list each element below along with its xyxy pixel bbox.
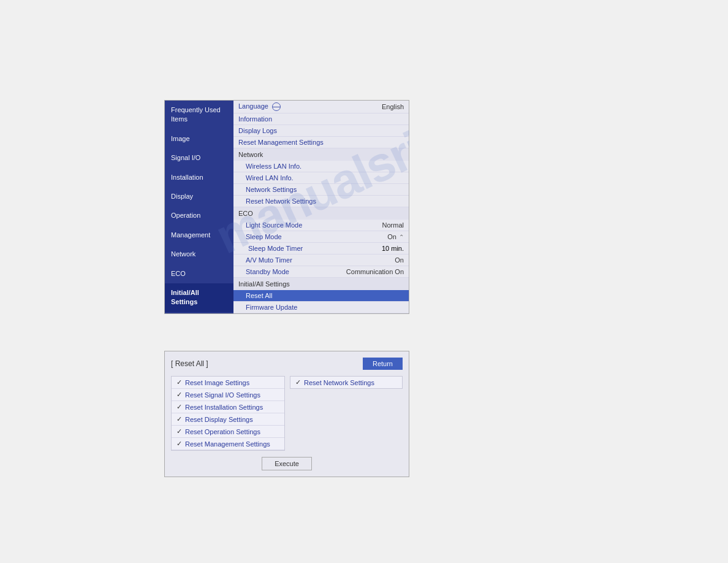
menu-row-reset-management[interactable]: Reset Management Settings [233, 137, 409, 148]
sidebar-item-initial-all[interactable]: Initial/All Settings [165, 283, 233, 312]
menu-row-wireless-lan[interactable]: Wireless LAN Info. [233, 161, 409, 172]
menu-row-firmware-update[interactable]: Firmware Update [233, 302, 409, 313]
language-label: Language [238, 102, 281, 111]
check-reset-installation[interactable]: ✓ Reset Installation Settings [172, 401, 284, 413]
light-source-label: Light Source Mode [246, 221, 302, 229]
light-source-value: Normal [382, 221, 404, 229]
main-content: Language English Information Display Log… [233, 101, 409, 313]
display-logs-label: Display Logs [238, 127, 277, 134]
network-settings-label: Network Settings [246, 186, 297, 193]
menu-row-sleep-mode-timer[interactable]: Sleep Mode Timer 10 min. [233, 243, 409, 255]
check-reset-network[interactable]: ✓ Reset Network Settings [290, 376, 403, 389]
language-value: English [382, 103, 404, 110]
check-signal-icon: ✓ [176, 391, 182, 399]
menu-row-language[interactable]: Language English [233, 101, 409, 113]
reset-all-title: [ Reset All ] [171, 359, 208, 368]
check-image-icon: ✓ [176, 378, 182, 386]
check-reset-image[interactable]: ✓ Reset Image Settings [172, 377, 284, 389]
execute-area: Execute [171, 457, 403, 470]
reset-management-label: Reset Management Settings [238, 139, 324, 146]
menu-row-wired-lan[interactable]: Wired LAN Info. [233, 172, 409, 184]
menu-row-network-settings[interactable]: Network Settings [233, 184, 409, 196]
check-reset-management[interactable]: ✓ Reset Management Settings [172, 438, 284, 450]
sidebar-item-network[interactable]: Network [165, 245, 233, 264]
av-muto-value: On [395, 256, 404, 264]
sidebar-item-operation[interactable]: Operation [165, 206, 233, 225]
sleep-mode-value: On [387, 233, 396, 240]
eco-section-header: ECO [233, 207, 409, 220]
globe-icon [272, 102, 281, 111]
reset-right-col: ✓ Reset Network Settings [290, 376, 403, 451]
firmware-update-label: Firmware Update [246, 304, 297, 311]
sidebar-item-frequently-used[interactable]: Frequently Used Items [165, 101, 233, 129]
information-label: Information [238, 115, 272, 123]
sleep-mode-label: Sleep Mode [246, 233, 282, 240]
standby-label: Standby Mode [246, 268, 289, 275]
sleep-mode-arrow-icon: ⌃ [399, 234, 404, 240]
reset-all-label: Reset All [246, 292, 272, 299]
reset-grid: ✓ Reset Image Settings ✓ Reset Signal I/… [171, 376, 403, 451]
bottom-panel-header: [ Reset All ] Return [171, 358, 403, 370]
menu-row-light-source[interactable]: Light Source Mode Normal [233, 220, 409, 231]
menu-row-sleep-mode[interactable]: Sleep Mode On ⌃ [233, 231, 409, 243]
check-display-icon: ✓ [176, 415, 182, 423]
sleep-mode-timer-label: Sleep Mode Timer [248, 245, 303, 252]
initial-all-section-header: Initial/All Settings [233, 278, 409, 290]
check-network-icon: ✓ [295, 378, 301, 386]
sidebar-item-management[interactable]: Management [165, 226, 233, 245]
av-muto-label: A/V Muto Timer [246, 256, 292, 264]
reset-network-label: Reset Network Settings [246, 197, 316, 205]
standby-value: Communication On [346, 268, 404, 275]
check-reset-operation[interactable]: ✓ Reset Operation Settings [172, 426, 284, 438]
return-button[interactable]: Return [363, 358, 403, 370]
sidebar: Frequently Used Items Image Signal I/O I… [165, 101, 233, 313]
execute-button[interactable]: Execute [262, 457, 312, 470]
wireless-lan-label: Wireless LAN Info. [246, 163, 301, 170]
sidebar-item-eco[interactable]: ECO [165, 264, 233, 283]
network-section-header: Network [233, 148, 409, 161]
sidebar-item-image[interactable]: Image [165, 129, 233, 148]
menu-row-reset-all[interactable]: Reset All [233, 290, 409, 302]
menu-row-reset-network[interactable]: Reset Network Settings [233, 196, 409, 207]
check-operation-icon: ✓ [176, 427, 182, 435]
sidebar-item-installation[interactable]: Installation [165, 168, 233, 187]
check-reset-display[interactable]: ✓ Reset Display Settings [172, 413, 284, 426]
sidebar-item-display[interactable]: Display [165, 187, 233, 206]
menu-row-av-muto[interactable]: A/V Muto Timer On [233, 255, 409, 266]
sleep-mode-timer-value: 10 min. [382, 245, 404, 252]
menu-row-standby[interactable]: Standby Mode Communication On [233, 266, 409, 278]
sidebar-item-signal-io[interactable]: Signal I/O [165, 148, 233, 167]
top-panel: Frequently Used Items Image Signal I/O I… [164, 100, 409, 314]
menu-row-information[interactable]: Information [233, 113, 409, 125]
menu-row-display-logs[interactable]: Display Logs [233, 125, 409, 137]
check-installation-icon: ✓ [176, 403, 182, 411]
reset-left-col: ✓ Reset Image Settings ✓ Reset Signal I/… [171, 376, 285, 451]
check-reset-signal[interactable]: ✓ Reset Signal I/O Settings [172, 389, 284, 401]
bottom-panel: [ Reset All ] Return ✓ Reset Image Setti… [164, 351, 409, 477]
check-management-icon: ✓ [176, 440, 182, 448]
wired-lan-label: Wired LAN Info. [246, 174, 294, 182]
